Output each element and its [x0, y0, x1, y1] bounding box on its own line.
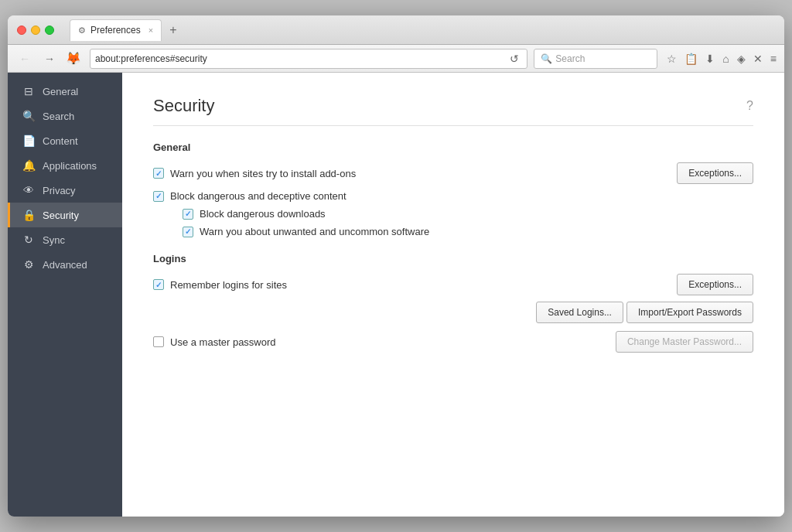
content-icon: 📄 — [22, 135, 35, 147]
general-section: General ✓ Warn you when sites try to ins… — [153, 142, 753, 237]
pocket-icon[interactable]: ◈ — [736, 51, 747, 66]
browser-content: ⊟ General 🔍 Search 📄 Content 🔔 Applicati… — [8, 73, 784, 517]
new-tab-button[interactable]: + — [165, 23, 181, 37]
logins-exceptions-button[interactable]: Exceptions... — [677, 274, 753, 295]
logins-buttons-row: Saved Logins... Import/Export Passwords — [153, 302, 753, 323]
master-password-row: Use a master password Change Master Pass… — [153, 331, 753, 353]
sidebar-label-sync: Sync — [43, 234, 65, 246]
logins-section-title: Logins — [153, 253, 753, 264]
master-pw-checkbox[interactable] — [153, 336, 164, 347]
block-downloads-checkbox[interactable]: ✓ — [183, 209, 193, 220]
sidebar-label-applications: Applications — [43, 160, 97, 172]
sync-icon: ↻ — [22, 234, 35, 246]
checkmark-icon3: ✓ — [185, 210, 191, 218]
general-section-title: General — [153, 142, 753, 153]
sidebar-label-advanced: Advanced — [43, 259, 87, 271]
warn-unwanted-label: Warn you about unwanted and uncommon sof… — [200, 226, 429, 237]
sidebar: ⊟ General 🔍 Search 📄 Content 🔔 Applicati… — [8, 73, 122, 517]
warn-addons-label: Warn you when sites try to install add-o… — [170, 168, 356, 179]
sidebar-item-content[interactable]: 📄 Content — [8, 128, 122, 153]
sidebar-label-content: Content — [43, 135, 78, 147]
search-bar[interactable]: 🔍 Search — [534, 49, 657, 69]
help-icon[interactable]: ? — [746, 99, 753, 113]
sidebar-label-privacy: Privacy — [43, 185, 76, 196]
sidebar-item-sync[interactable]: ↻ Sync — [8, 227, 122, 252]
remember-logins-checkbox[interactable]: ✓ — [153, 279, 164, 290]
warn-addons-checkbox[interactable]: ✓ — [153, 168, 164, 179]
import-export-button[interactable]: Import/Export Passwords — [626, 302, 753, 323]
sidebar-label-search: Search — [43, 111, 74, 122]
privacy-icon: 👁 — [22, 184, 35, 196]
remember-logins-row: ✓ Remember logins for sites Exceptions..… — [153, 274, 753, 295]
master-pw-left: Use a master password — [153, 336, 276, 348]
checkmark-icon5: ✓ — [155, 281, 162, 289]
download-icon[interactable]: ⬇ — [704, 51, 716, 66]
warn-unwanted-checkbox[interactable]: ✓ — [183, 227, 193, 237]
nav-bar: ← → 🦊 about:preferences#security ↺ 🔍 Sea… — [8, 45, 784, 73]
tab-close-icon[interactable]: × — [148, 26, 153, 35]
home-icon[interactable]: ⌂ — [721, 51, 730, 66]
tab-label: Preferences — [90, 25, 141, 36]
close-button[interactable] — [17, 26, 26, 35]
block-downloads-label: Block dangerous downloads — [200, 208, 326, 220]
remember-logins-label: Remember logins for sites — [170, 279, 287, 291]
toolbar-icons: ☆ 📋 ⬇ ⌂ ◈ ✕ ≡ — [665, 51, 778, 66]
main-panel: Security ? General ✓ Warn you when sites… — [122, 73, 784, 517]
tab-bar: ⚙ Preferences × + — [70, 19, 775, 41]
address-bar[interactable]: about:preferences#security ↺ — [90, 49, 527, 69]
block-downloads-row: ✓ Block dangerous downloads — [183, 208, 753, 220]
title-bar: ⚙ Preferences × + — [8, 15, 784, 45]
firefox-logo: 🦊 — [67, 52, 80, 66]
block-deceptive-label: Block dangerous and deceptive content — [170, 190, 346, 202]
minimize-button[interactable] — [31, 26, 40, 35]
block-downloads-left: ✓ Block dangerous downloads — [183, 208, 326, 220]
checkmark-icon: ✓ — [155, 169, 162, 178]
sidebar-item-security[interactable]: 🔒 Security — [8, 203, 122, 227]
block-deceptive-row: ✓ Block dangerous and deceptive content — [153, 190, 753, 202]
menu-icon[interactable]: ≡ — [769, 51, 778, 66]
block-deceptive-checkbox[interactable]: ✓ — [153, 191, 164, 202]
page-title-row: Security ? — [153, 96, 753, 116]
reader-icon[interactable]: 📋 — [683, 51, 699, 66]
sidebar-label-general: General — [43, 86, 78, 97]
gear-icon: ⚙ — [78, 26, 86, 36]
warn-addons-row: ✓ Warn you when sites try to install add… — [153, 162, 753, 184]
sidebar-item-privacy[interactable]: 👁 Privacy — [8, 178, 122, 203]
sidebar-item-general[interactable]: ⊟ General — [8, 79, 122, 104]
back-button[interactable]: ← — [14, 48, 36, 70]
change-master-pw-button[interactable]: Change Master Password... — [616, 331, 753, 353]
sidebar-item-search[interactable]: 🔍 Search — [8, 104, 122, 128]
security-icon: 🔒 — [22, 209, 35, 221]
saved-logins-button[interactable]: Saved Logins... — [536, 302, 623, 323]
checkmark-icon4: ✓ — [185, 227, 191, 236]
url-text: about:preferences#security — [95, 53, 507, 64]
browser-window: ⚙ Preferences × + ← → 🦊 about:preference… — [8, 15, 784, 517]
remember-logins-left: ✓ Remember logins for sites — [153, 279, 287, 291]
sidebar-item-applications[interactable]: 🔔 Applications — [8, 153, 122, 178]
addons-exceptions-button[interactable]: Exceptions... — [677, 162, 753, 184]
maximize-button[interactable] — [45, 26, 54, 35]
search-nav-icon: 🔍 — [22, 110, 35, 122]
advanced-icon: ⚙ — [22, 258, 35, 271]
warn-addons-left: ✓ Warn you when sites try to install add… — [153, 168, 356, 179]
active-tab[interactable]: ⚙ Preferences × — [70, 19, 162, 41]
search-icon: 🔍 — [541, 53, 552, 64]
logins-section: Logins ✓ Remember logins for sites Excep… — [153, 253, 753, 353]
page-title: Security — [153, 96, 214, 116]
fullscreen-icon[interactable]: ✕ — [752, 51, 764, 66]
block-deceptive-left: ✓ Block dangerous and deceptive content — [153, 190, 346, 202]
reload-button[interactable]: ↺ — [507, 53, 522, 65]
title-divider — [153, 125, 753, 126]
warn-unwanted-left: ✓ Warn you about unwanted and uncommon s… — [183, 226, 429, 237]
sidebar-item-advanced[interactable]: ⚙ Advanced — [8, 252, 122, 277]
applications-icon: 🔔 — [22, 159, 35, 172]
bookmark-icon[interactable]: ☆ — [665, 51, 678, 66]
traffic-lights — [17, 26, 54, 35]
warn-unwanted-row: ✓ Warn you about unwanted and uncommon s… — [183, 226, 753, 237]
forward-button[interactable]: → — [39, 48, 60, 70]
master-pw-label: Use a master password — [170, 336, 276, 348]
sidebar-label-security: Security — [43, 210, 79, 221]
search-placeholder: Search — [555, 53, 585, 64]
general-icon: ⊟ — [22, 85, 35, 97]
sub-options: ✓ Block dangerous downloads ✓ Warn you a… — [183, 208, 753, 237]
